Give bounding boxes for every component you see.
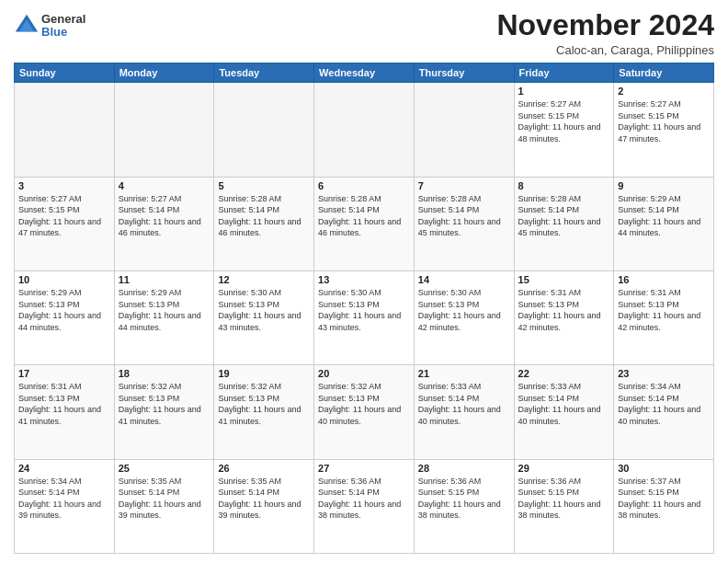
day-cell: 6Sunrise: 5:28 AMSunset: 5:14 PMDaylight… [314, 177, 415, 270]
logo: General Blue [14, 13, 85, 40]
day-cell: 30Sunrise: 5:37 AMSunset: 5:15 PMDayligh… [614, 459, 714, 553]
weekday-monday: Monday [114, 63, 214, 83]
day-number: 17 [18, 368, 110, 379]
day-info: Sunrise: 5:29 AMSunset: 5:14 PMDaylight:… [618, 193, 710, 239]
day-cell: 9Sunrise: 5:29 AMSunset: 5:14 PMDaylight… [614, 177, 714, 270]
day-number: 10 [18, 274, 110, 285]
page: General Blue November 2024 Caloc-an, Car… [0, 0, 728, 563]
day-cell: 23Sunrise: 5:34 AMSunset: 5:14 PMDayligh… [614, 365, 714, 459]
day-cell: 2Sunrise: 5:27 AMSunset: 5:15 PMDaylight… [614, 83, 714, 177]
location: Caloc-an, Caraga, Philippines [496, 43, 714, 57]
day-cell: 14Sunrise: 5:30 AMSunset: 5:13 PMDayligh… [414, 270, 514, 364]
day-info: Sunrise: 5:27 AMSunset: 5:14 PMDaylight:… [119, 193, 210, 239]
day-number: 6 [318, 180, 410, 191]
day-info: Sunrise: 5:35 AMSunset: 5:14 PMDaylight:… [119, 476, 210, 522]
day-cell: 13Sunrise: 5:30 AMSunset: 5:13 PMDayligh… [314, 270, 415, 364]
day-cell: 8Sunrise: 5:28 AMSunset: 5:14 PMDaylight… [514, 177, 614, 270]
day-number: 2 [618, 86, 710, 97]
month-title: November 2024 [496, 9, 714, 41]
day-cell: 15Sunrise: 5:31 AMSunset: 5:13 PMDayligh… [514, 270, 614, 364]
day-number: 23 [618, 368, 710, 379]
day-number: 3 [18, 180, 110, 191]
day-number: 16 [618, 274, 710, 285]
logo-general: General [41, 13, 85, 26]
day-info: Sunrise: 5:32 AMSunset: 5:13 PMDaylight:… [119, 381, 210, 427]
day-cell [314, 83, 415, 177]
day-info: Sunrise: 5:28 AMSunset: 5:14 PMDaylight:… [518, 193, 610, 239]
day-number: 14 [418, 274, 510, 285]
day-number: 28 [418, 463, 510, 474]
weekday-wednesday: Wednesday [314, 63, 415, 83]
day-number: 26 [218, 463, 310, 474]
logo-icon [14, 13, 40, 39]
day-cell: 27Sunrise: 5:36 AMSunset: 5:14 PMDayligh… [314, 459, 415, 553]
day-info: Sunrise: 5:31 AMSunset: 5:13 PMDaylight:… [18, 381, 110, 427]
weekday-friday: Friday [514, 63, 614, 83]
day-cell: 18Sunrise: 5:32 AMSunset: 5:13 PMDayligh… [114, 365, 214, 459]
day-cell: 19Sunrise: 5:32 AMSunset: 5:13 PMDayligh… [214, 365, 314, 459]
day-info: Sunrise: 5:34 AMSunset: 5:14 PMDaylight:… [618, 381, 710, 427]
day-cell: 22Sunrise: 5:33 AMSunset: 5:14 PMDayligh… [514, 365, 614, 459]
day-number: 1 [518, 86, 610, 97]
day-number: 27 [318, 463, 410, 474]
day-info: Sunrise: 5:30 AMSunset: 5:13 PMDaylight:… [318, 287, 410, 333]
header: General Blue November 2024 Caloc-an, Car… [14, 9, 714, 57]
day-info: Sunrise: 5:30 AMSunset: 5:13 PMDaylight:… [418, 287, 510, 333]
day-info: Sunrise: 5:28 AMSunset: 5:14 PMDaylight:… [318, 193, 410, 239]
day-number: 20 [318, 368, 410, 379]
day-info: Sunrise: 5:29 AMSunset: 5:13 PMDaylight:… [119, 287, 210, 333]
day-info: Sunrise: 5:29 AMSunset: 5:13 PMDaylight:… [18, 287, 110, 333]
day-info: Sunrise: 5:36 AMSunset: 5:15 PMDaylight:… [518, 476, 610, 522]
day-cell: 4Sunrise: 5:27 AMSunset: 5:14 PMDaylight… [114, 177, 214, 270]
day-cell: 1Sunrise: 5:27 AMSunset: 5:15 PMDaylight… [514, 83, 614, 177]
weekday-header-row: SundayMondayTuesdayWednesdayThursdayFrid… [15, 63, 714, 83]
day-info: Sunrise: 5:37 AMSunset: 5:15 PMDaylight:… [618, 476, 710, 522]
day-cell: 16Sunrise: 5:31 AMSunset: 5:13 PMDayligh… [614, 270, 714, 364]
day-info: Sunrise: 5:28 AMSunset: 5:14 PMDaylight:… [218, 193, 310, 239]
day-info: Sunrise: 5:35 AMSunset: 5:14 PMDaylight:… [218, 476, 310, 522]
day-info: Sunrise: 5:36 AMSunset: 5:15 PMDaylight:… [418, 476, 510, 522]
day-info: Sunrise: 5:32 AMSunset: 5:13 PMDaylight:… [218, 381, 310, 427]
week-row-4: 17Sunrise: 5:31 AMSunset: 5:13 PMDayligh… [15, 365, 714, 459]
day-info: Sunrise: 5:36 AMSunset: 5:14 PMDaylight:… [318, 476, 410, 522]
day-number: 7 [418, 180, 510, 191]
day-cell [414, 83, 514, 177]
day-cell: 24Sunrise: 5:34 AMSunset: 5:14 PMDayligh… [15, 459, 115, 553]
day-cell: 7Sunrise: 5:28 AMSunset: 5:14 PMDaylight… [414, 177, 514, 270]
day-number: 9 [618, 180, 710, 191]
day-cell: 29Sunrise: 5:36 AMSunset: 5:15 PMDayligh… [514, 459, 614, 553]
day-cell: 28Sunrise: 5:36 AMSunset: 5:15 PMDayligh… [414, 459, 514, 553]
calendar: SundayMondayTuesdayWednesdayThursdayFrid… [14, 63, 714, 554]
day-number: 15 [518, 274, 610, 285]
day-cell: 26Sunrise: 5:35 AMSunset: 5:14 PMDayligh… [214, 459, 314, 553]
day-number: 12 [218, 274, 310, 285]
day-cell: 25Sunrise: 5:35 AMSunset: 5:14 PMDayligh… [114, 459, 214, 553]
day-info: Sunrise: 5:27 AMSunset: 5:15 PMDaylight:… [518, 98, 610, 144]
day-number: 19 [218, 368, 310, 379]
day-number: 25 [119, 463, 210, 474]
day-cell: 20Sunrise: 5:32 AMSunset: 5:13 PMDayligh… [314, 365, 415, 459]
day-cell: 12Sunrise: 5:30 AMSunset: 5:13 PMDayligh… [214, 270, 314, 364]
day-number: 4 [119, 180, 210, 191]
week-row-3: 10Sunrise: 5:29 AMSunset: 5:13 PMDayligh… [15, 270, 714, 364]
weekday-tuesday: Tuesday [214, 63, 314, 83]
day-cell: 3Sunrise: 5:27 AMSunset: 5:15 PMDaylight… [15, 177, 115, 270]
day-number: 29 [518, 463, 610, 474]
day-info: Sunrise: 5:30 AMSunset: 5:13 PMDaylight:… [218, 287, 310, 333]
day-cell: 5Sunrise: 5:28 AMSunset: 5:14 PMDaylight… [214, 177, 314, 270]
day-info: Sunrise: 5:28 AMSunset: 5:14 PMDaylight:… [418, 193, 510, 239]
day-cell [114, 83, 214, 177]
logo-text: General Blue [41, 13, 85, 40]
weekday-thursday: Thursday [414, 63, 514, 83]
day-info: Sunrise: 5:31 AMSunset: 5:13 PMDaylight:… [518, 287, 610, 333]
day-info: Sunrise: 5:32 AMSunset: 5:13 PMDaylight:… [318, 381, 410, 427]
calendar-header: SundayMondayTuesdayWednesdayThursdayFrid… [15, 63, 714, 83]
week-row-1: 1Sunrise: 5:27 AMSunset: 5:15 PMDaylight… [15, 83, 714, 177]
day-info: Sunrise: 5:34 AMSunset: 5:14 PMDaylight:… [18, 476, 110, 522]
weekday-sunday: Sunday [15, 63, 115, 83]
week-row-5: 24Sunrise: 5:34 AMSunset: 5:14 PMDayligh… [15, 459, 714, 553]
day-cell: 21Sunrise: 5:33 AMSunset: 5:14 PMDayligh… [414, 365, 514, 459]
calendar-body: 1Sunrise: 5:27 AMSunset: 5:15 PMDaylight… [15, 83, 714, 554]
day-number: 5 [218, 180, 310, 191]
day-number: 24 [18, 463, 110, 474]
